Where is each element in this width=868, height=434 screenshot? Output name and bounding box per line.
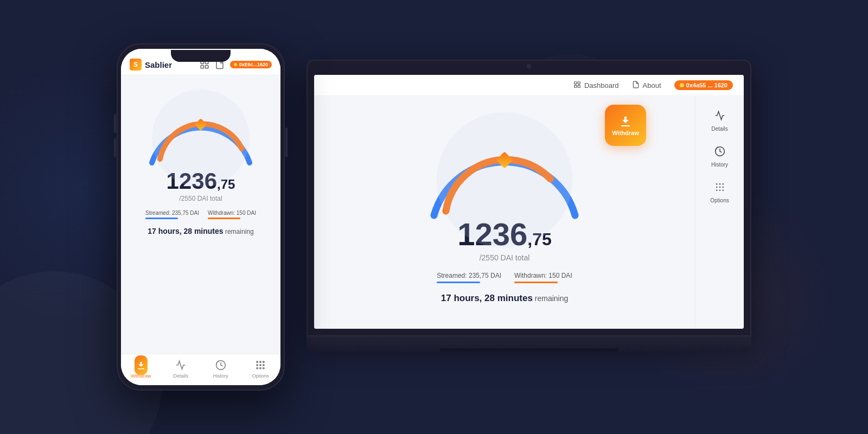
phone-vol-down	[114, 138, 116, 157]
withdraw-btn[interactable]	[135, 355, 148, 375]
svg-point-9	[260, 365, 261, 366]
sablier-logo-icon: S	[130, 59, 142, 71]
options-nav-icon	[254, 359, 267, 372]
sidebar-item-options[interactable]: Options	[695, 176, 744, 209]
phone-gauge-total: /2550 DAI total	[179, 195, 222, 202]
history-nav-icon	[214, 359, 227, 372]
options-icon	[255, 360, 266, 371]
laptop-header: Dashboard About 0x4a55 ... 1620	[314, 75, 744, 96]
svg-point-10	[263, 365, 265, 366]
laptop-wallet-badge[interactable]: 0x4a55 ... 1620	[674, 80, 733, 90]
svg-point-21	[722, 183, 724, 185]
history-icon	[714, 146, 725, 157]
options-grid-icon	[714, 182, 725, 193]
sidebar-item-history[interactable]: History	[695, 141, 744, 173]
laptop-legend-withdrawn-line	[514, 282, 558, 283]
phone-time-remaining: 17 hours, 28 minutes remaining	[148, 227, 253, 235]
phone-wallet-badge[interactable]: 0xE6c...1620	[230, 61, 272, 68]
laptop-nav-about-label: About	[643, 81, 661, 90]
laptop-legend-withdrawn-label: Withdrawn: 150 DAI	[514, 272, 572, 279]
withdraw-nav-icon	[135, 359, 148, 372]
phone-wallet-address: 0xE6c...1620	[239, 62, 268, 67]
gauge-bg	[152, 90, 250, 187]
laptop-gauge-total: /2550 DAI total	[480, 253, 530, 262]
about-nav-icon	[632, 81, 640, 90]
svg-point-25	[716, 190, 717, 192]
laptop-body: Dashboard About 0x4a55 ... 1620	[307, 60, 751, 336]
phone-nav-withdraw[interactable]: Withdraw	[121, 359, 161, 379]
phone-device: S Sablier 0xE6c...1620	[117, 43, 285, 391]
laptop-time-suffix: remaining	[535, 294, 568, 303]
phone-nav-history[interactable]: History	[201, 359, 241, 379]
svg-rect-17	[578, 85, 580, 87]
phone-power-btn	[285, 127, 288, 157]
details-icon	[714, 110, 725, 121]
phone-time-suffix: remaining	[225, 228, 254, 235]
laptop-time-bold: 17 hours, 28 minutes	[441, 293, 533, 303]
svg-rect-2	[201, 66, 204, 68]
laptop-withdraw-icon	[619, 114, 632, 127]
laptop-screen: Dashboard About 0x4a55 ... 1620	[314, 75, 744, 329]
laptop-gauge-bg	[437, 112, 572, 248]
phone-nav-options-label: Options	[252, 373, 269, 379]
svg-point-27	[722, 190, 724, 192]
laptop-withdraw-button[interactable]: Withdraw	[605, 105, 646, 146]
legend-withdrawn-line	[208, 218, 240, 219]
laptop-camera	[527, 64, 531, 68]
svg-point-23	[719, 187, 720, 188]
laptop-nav-dashboard-label: Dashboard	[584, 81, 619, 90]
laptop-base	[307, 336, 751, 352]
laptop-wallet-address: 0x4a55 ... 1620	[686, 82, 727, 88]
svg-point-5	[257, 361, 258, 363]
sidebar-details-label: Details	[711, 126, 728, 132]
sidebar-options-label: Options	[710, 197, 729, 203]
phone-logo-text: Sablier	[145, 60, 172, 69]
details-sidebar-icon	[714, 110, 725, 124]
phone-time-bold: 17 hours, 28 minutes	[148, 227, 223, 235]
laptop-legend-streamed-label: Streamed: 235,75 DAI	[437, 272, 501, 279]
svg-point-6	[260, 361, 261, 363]
wallet-dot	[234, 63, 237, 66]
laptop-nav-about[interactable]: About	[632, 81, 661, 90]
details-nav-icon	[174, 359, 187, 372]
svg-rect-14	[575, 81, 577, 84]
phone-nav-history-label: History	[213, 373, 228, 379]
svg-point-22	[716, 187, 717, 188]
laptop-withdraw-label: Withdraw	[612, 130, 639, 136]
phone-nav-options[interactable]: Options	[241, 359, 281, 379]
phone-screen: S Sablier 0xE6c...1620	[121, 49, 280, 385]
laptop-nav-dashboard[interactable]: Dashboard	[573, 81, 619, 90]
phone-legend: Streamed: 235,75 DAI Withdrawn: 150 DAI	[145, 210, 256, 219]
legend-streamed-line	[145, 218, 178, 219]
svg-point-8	[257, 365, 258, 366]
laptop-wallet-dot	[680, 83, 684, 87]
phone-gauge	[138, 84, 263, 171]
phone-vol-up	[114, 114, 116, 133]
phone-content: 1236,75 /2550 DAI total Streamed: 235,75…	[121, 75, 280, 354]
withdraw-icon	[136, 360, 146, 370]
legend-withdrawn-label: Withdrawn: 150 DAI	[208, 210, 256, 216]
devices-wrapper: S Sablier 0xE6c...1620	[117, 43, 751, 391]
sidebar-item-details[interactable]: Details	[695, 105, 744, 137]
phone-notch	[171, 50, 231, 62]
svg-point-11	[257, 368, 258, 369]
laptop-diamond-icon	[499, 154, 510, 169]
diamond-icon	[196, 120, 205, 131]
laptop-gauge	[418, 107, 591, 226]
dashboard-nav-icon	[573, 81, 581, 90]
history-sidebar-icon	[714, 146, 725, 159]
sablier-s-letter: S	[133, 61, 138, 68]
svg-point-13	[263, 368, 265, 369]
phone-nav-details[interactable]: Details	[161, 359, 201, 379]
options-sidebar-icon	[714, 182, 725, 195]
legend-streamed: Streamed: 235,75 DAI	[145, 210, 199, 219]
laptop-sidebar: Details History	[695, 96, 744, 329]
legend-streamed-label: Streamed: 235,75 DAI	[145, 210, 199, 216]
phone-nav-withdraw-label: Withdraw	[131, 373, 151, 379]
svg-point-26	[719, 190, 720, 192]
sidebar-history-label: History	[711, 162, 728, 168]
details-icon	[175, 360, 186, 371]
laptop-device: Dashboard About 0x4a55 ... 1620	[307, 60, 751, 374]
laptop-main: Withdraw	[314, 96, 744, 329]
svg-point-19	[716, 183, 717, 185]
